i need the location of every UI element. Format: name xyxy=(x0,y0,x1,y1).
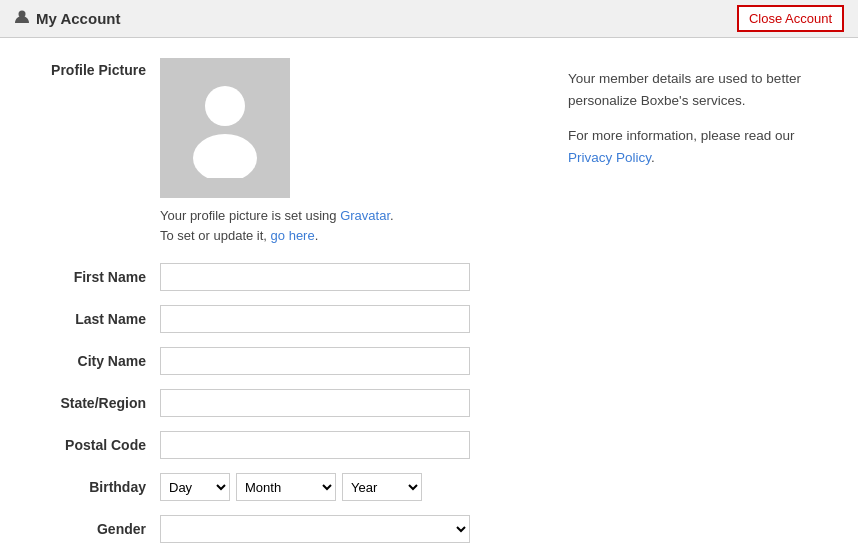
gender-select[interactable]: Male Female Other Prefer not to say xyxy=(160,515,470,543)
avatar xyxy=(160,58,290,198)
profile-picture-area: Your profile picture is set using Gravat… xyxy=(160,58,394,245)
caption-text-4: . xyxy=(315,228,319,243)
header-title-area: My Account xyxy=(14,9,120,28)
user-icon xyxy=(14,9,30,28)
go-here-link[interactable]: go here xyxy=(271,228,315,243)
form-section: Profile Picture Your profile picture is … xyxy=(30,58,528,546)
caption-text-3: To set or update it, xyxy=(160,228,271,243)
first-name-row: First Name xyxy=(30,263,528,291)
info-text-2: For more information, please read our Pr… xyxy=(568,125,828,168)
info-text-1: Your member details are used to better p… xyxy=(568,68,828,111)
caption-text-1: Your profile picture is set using xyxy=(160,208,340,223)
birthday-month-select[interactable]: Month JanuaryFebruaryMarchApril MayJuneJ… xyxy=(236,473,336,501)
postal-code-label: Postal Code xyxy=(30,437,160,453)
birthday-label: Birthday xyxy=(30,479,160,495)
postal-code-row: Postal Code xyxy=(30,431,528,459)
info-section: Your member details are used to better p… xyxy=(568,58,828,546)
profile-picture-row: Profile Picture Your profile picture is … xyxy=(30,58,528,245)
page-title: My Account xyxy=(36,10,120,27)
state-region-input[interactable] xyxy=(160,389,470,417)
birthday-group: Day 12345 678910 1112131415 1617181920 2… xyxy=(160,473,422,501)
close-account-button[interactable]: Close Account xyxy=(737,5,844,32)
state-region-row: State/Region xyxy=(30,389,528,417)
profile-caption: Your profile picture is set using Gravat… xyxy=(160,206,394,245)
first-name-label: First Name xyxy=(30,269,160,285)
postal-code-input[interactable] xyxy=(160,431,470,459)
gravatar-link[interactable]: Gravatar xyxy=(340,208,390,223)
header: My Account Close Account xyxy=(0,0,858,38)
city-name-row: City Name xyxy=(30,347,528,375)
first-name-input[interactable] xyxy=(160,263,470,291)
last-name-label: Last Name xyxy=(30,311,160,327)
main-content: Profile Picture Your profile picture is … xyxy=(0,38,858,546)
privacy-policy-link[interactable]: Privacy Policy xyxy=(568,150,651,165)
info-text-2-end: . xyxy=(651,150,655,165)
birthday-row: Birthday Day 12345 678910 1112131415 161… xyxy=(30,473,528,501)
city-name-input[interactable] xyxy=(160,347,470,375)
gender-row: Gender Male Female Other Prefer not to s… xyxy=(30,515,528,543)
profile-picture-label: Profile Picture xyxy=(30,58,160,78)
svg-point-1 xyxy=(205,86,245,126)
last-name-row: Last Name xyxy=(30,305,528,333)
city-name-label: City Name xyxy=(30,353,160,369)
caption-text-2: . xyxy=(390,208,394,223)
state-region-label: State/Region xyxy=(30,395,160,411)
info-text-2-part1: For more information, please read our xyxy=(568,128,795,143)
birthday-day-select[interactable]: Day 12345 678910 1112131415 1617181920 2… xyxy=(160,473,230,501)
birthday-year-select[interactable]: Year 2024202320222021 2020201020001990 1… xyxy=(342,473,422,501)
svg-point-2 xyxy=(193,134,257,178)
last-name-input[interactable] xyxy=(160,305,470,333)
gender-label: Gender xyxy=(30,521,160,537)
